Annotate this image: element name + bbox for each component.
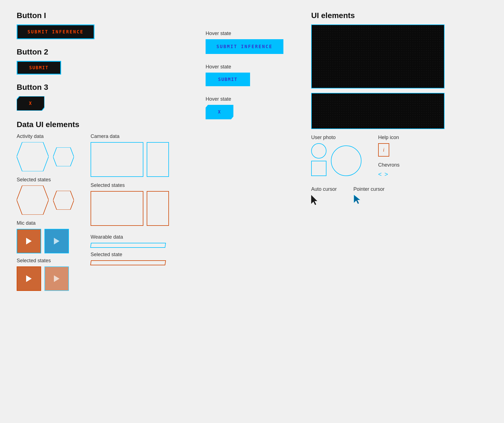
camera-rect-large xyxy=(91,142,143,177)
play-icon-2 xyxy=(54,238,59,244)
activity-shape-large xyxy=(17,142,49,171)
hover-label-2: Hover state xyxy=(206,64,295,70)
mic-selected-1 xyxy=(17,266,41,291)
svg-marker-4 xyxy=(17,185,49,215)
wearable-selected-label: Selected state xyxy=(91,252,169,258)
activity-selected-small xyxy=(53,191,74,210)
camera-selected-small xyxy=(147,191,169,226)
chevrons-label: Chevrons xyxy=(378,162,400,168)
button1-hover[interactable]: SUBMIT INFERENCE xyxy=(206,39,283,54)
play-icon-3 xyxy=(26,275,32,282)
user-photo-label: User photo xyxy=(311,135,361,140)
mic-selected-2 xyxy=(44,266,69,291)
activity-label: Activity data xyxy=(17,133,74,139)
activity-shape-small xyxy=(53,147,74,166)
chevron-right-icon[interactable]: > xyxy=(385,171,388,178)
camera-selected-label: Selected states xyxy=(91,182,169,188)
help-icon: i xyxy=(378,143,389,157)
svg-marker-2 xyxy=(17,142,49,171)
hover-label-3: Hover state xyxy=(206,96,295,102)
mic-card-2 xyxy=(44,229,69,253)
video-panel-small xyxy=(311,93,445,129)
help-icon-label: Help icon xyxy=(378,135,400,140)
data-ui-title: Data UI elements xyxy=(17,120,189,129)
button1-hover-label: SUBMIT INFERENCE xyxy=(216,44,273,49)
mic-selected-label: Selected states xyxy=(17,258,74,264)
wearable-bar-selected xyxy=(90,260,166,265)
svg-text:X: X xyxy=(218,109,221,115)
camera-rect-small xyxy=(147,142,169,177)
user-rect-small xyxy=(311,161,326,176)
button1-normal[interactable]: SUBMIT INFERENCE xyxy=(17,24,94,39)
button3-normal[interactable]: X xyxy=(17,96,44,111)
svg-text:X: X xyxy=(29,101,32,106)
help-icon-char: i xyxy=(383,147,384,153)
camera-selected-large xyxy=(91,191,143,226)
camera-label: Camera data xyxy=(91,133,169,139)
pointer-cursor-icon xyxy=(353,195,363,205)
button1-title: Button I xyxy=(17,11,189,20)
svg-marker-8 xyxy=(311,195,317,205)
button2-hover[interactable]: SUBMIT xyxy=(206,73,250,86)
mic-label: Mic data xyxy=(17,220,74,226)
mic-card-1 xyxy=(17,229,41,253)
button1-label: SUBMIT INFERENCE xyxy=(28,29,84,34)
svg-marker-9 xyxy=(354,195,360,204)
activity-selected-label: Selected states xyxy=(17,177,74,183)
button2-label: SUBMIT xyxy=(29,65,49,70)
chevron-group: < > xyxy=(378,171,400,178)
button2-title: Button 2 xyxy=(17,48,189,56)
button2-hover-label: SUBMIT xyxy=(218,77,238,82)
svg-marker-5 xyxy=(53,191,74,210)
auto-cursor-label: Auto cursor xyxy=(311,186,337,192)
wearable-label: Wearable data xyxy=(91,234,169,240)
play-icon-4 xyxy=(54,275,59,282)
user-circle-small xyxy=(311,143,326,159)
play-icon-1 xyxy=(26,238,32,244)
hover-label-1: Hover state xyxy=(206,31,295,36)
button2-normal[interactable]: SUBMIT xyxy=(17,61,61,75)
ui-elements-title: UI elements xyxy=(311,11,487,20)
chevron-left-icon[interactable]: < xyxy=(378,171,382,178)
video-panel-large xyxy=(311,24,445,88)
button3-hover[interactable]: X xyxy=(206,105,233,119)
user-circle-large xyxy=(331,145,361,176)
pointer-cursor-label: Pointer cursor xyxy=(353,186,385,192)
svg-marker-3 xyxy=(53,147,74,166)
auto-cursor-icon xyxy=(311,195,320,205)
button3-title: Button 3 xyxy=(17,83,189,92)
activity-selected-large xyxy=(17,185,49,215)
wearable-bar-normal xyxy=(90,243,166,248)
